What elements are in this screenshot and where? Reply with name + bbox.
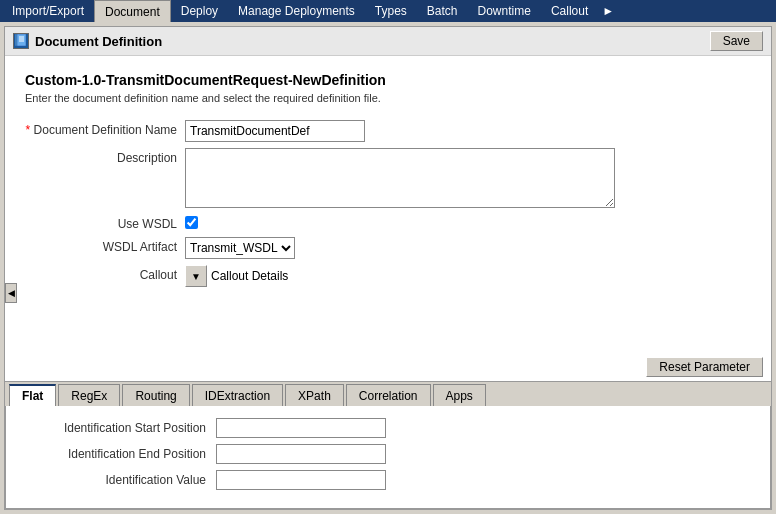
tab-row: Flat RegEx Routing IDExtraction XPath Co… (5, 382, 771, 406)
nav-tab-import-export[interactable]: Import/Export (2, 0, 94, 22)
description-input[interactable] (185, 148, 615, 208)
tab-idextraction[interactable]: IDExtraction (192, 384, 283, 406)
id-end-position-row: Identification End Position (26, 444, 750, 464)
nav-tab-manage-deployments[interactable]: Manage Deployments (228, 0, 365, 22)
main-content: Document Definition Save ◀ Custom-1.0-Tr… (0, 22, 776, 514)
id-start-position-input[interactable] (216, 418, 386, 438)
callout-label: Callout (25, 265, 185, 282)
id-end-position-input[interactable] (216, 444, 386, 464)
nav-tab-deploy[interactable]: Deploy (171, 0, 228, 22)
tab-xpath[interactable]: XPath (285, 384, 344, 406)
use-wsdl-checkbox[interactable] (185, 216, 198, 229)
definition-name-heading: Custom-1.0-TransmitDocumentRequest-NewDe… (25, 72, 751, 88)
panel-header: Document Definition Save (5, 27, 771, 56)
callout-row: Callout ▼ Callout Details (25, 265, 751, 287)
wsdl-artifact-select-wrapper: Transmit_WSDL (185, 237, 295, 259)
doc-def-name-label: Document Definition Name (25, 120, 185, 137)
tab-correlation[interactable]: Correlation (346, 384, 431, 406)
collapse-arrow[interactable]: ◀ (5, 283, 17, 303)
panel-body: ◀ Custom-1.0-TransmitDocumentRequest-New… (5, 56, 771, 509)
description-label: Description (25, 148, 185, 165)
nav-tab-types[interactable]: Types (365, 0, 417, 22)
tab-routing[interactable]: Routing (122, 384, 189, 406)
doc-def-name-row: Document Definition Name (25, 120, 751, 142)
panel-title: Document Definition (35, 34, 162, 49)
id-value-label: Identification Value (26, 473, 216, 487)
callout-wrapper: ▼ Callout Details (185, 265, 288, 287)
id-value-input[interactable] (216, 470, 386, 490)
save-button[interactable]: Save (710, 31, 763, 51)
top-nav: Import/Export Document Deploy Manage Dep… (0, 0, 776, 22)
panel-title-area: Document Definition (13, 33, 162, 49)
flat-tab-content: Identification Start Position Identifica… (5, 406, 771, 509)
svg-rect-1 (17, 34, 26, 46)
form-area: Custom-1.0-TransmitDocumentRequest-NewDe… (5, 56, 771, 353)
definition-subtitle: Enter the document definition name and s… (25, 92, 751, 104)
id-value-row: Identification Value (26, 470, 750, 490)
callout-dropdown-button[interactable]: ▼ (185, 265, 207, 287)
description-row: Description (25, 148, 751, 208)
nav-tab-downtime[interactable]: Downtime (468, 0, 541, 22)
tab-apps[interactable]: Apps (433, 384, 486, 406)
reset-param-area: Reset Parameter (5, 353, 771, 381)
nav-tab-document[interactable]: Document (94, 0, 171, 22)
use-wsdl-row: Use WSDL (25, 214, 751, 231)
nav-tab-batch[interactable]: Batch (417, 0, 468, 22)
id-start-position-label: Identification Start Position (26, 421, 216, 435)
id-start-position-row: Identification Start Position (26, 418, 750, 438)
reset-param-button[interactable]: Reset Parameter (646, 357, 763, 377)
tab-flat[interactable]: Flat (9, 384, 56, 406)
document-icon (13, 33, 29, 49)
tab-regex[interactable]: RegEx (58, 384, 120, 406)
document-definition-panel: Document Definition Save ◀ Custom-1.0-Tr… (4, 26, 772, 510)
wsdl-artifact-row: WSDL Artifact Transmit_WSDL (25, 237, 751, 259)
use-wsdl-label: Use WSDL (25, 214, 185, 231)
id-end-position-label: Identification End Position (26, 447, 216, 461)
wsdl-artifact-label: WSDL Artifact (25, 237, 185, 254)
nav-more-icon[interactable]: ► (598, 0, 618, 22)
doc-def-name-input[interactable] (185, 120, 365, 142)
nav-tab-callout[interactable]: Callout (541, 0, 598, 22)
use-wsdl-checkbox-wrapper (185, 214, 198, 229)
bottom-tabs: Flat RegEx Routing IDExtraction XPath Co… (5, 381, 771, 509)
callout-details-link[interactable]: Callout Details (211, 269, 288, 283)
wsdl-artifact-select[interactable]: Transmit_WSDL (185, 237, 295, 259)
